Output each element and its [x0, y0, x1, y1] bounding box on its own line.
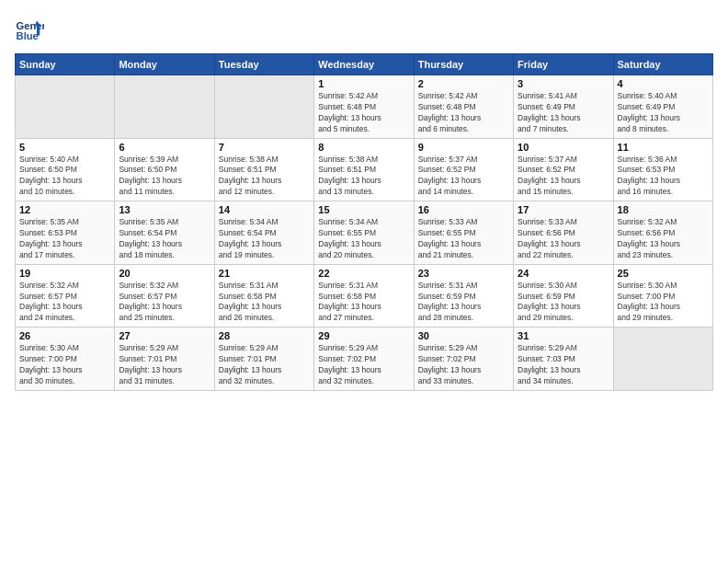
day-number: 30 [418, 330, 509, 341]
day-info: Sunrise: 5:34 AMSunset: 6:55 PMDaylight:… [318, 217, 409, 261]
calendar-cell: 23Sunrise: 5:31 AMSunset: 6:59 PMDayligh… [414, 264, 513, 327]
day-number: 2 [418, 78, 509, 89]
calendar-cell: 9Sunrise: 5:37 AMSunset: 6:52 PMDaylight… [414, 138, 513, 201]
day-info: Sunrise: 5:40 AMSunset: 6:49 PMDaylight:… [618, 91, 709, 135]
day-info: Sunrise: 5:35 AMSunset: 6:54 PMDaylight:… [119, 217, 210, 261]
day-number: 15 [318, 204, 409, 215]
calendar-cell: 2Sunrise: 5:42 AMSunset: 6:48 PMDaylight… [414, 75, 513, 139]
day-number: 11 [618, 142, 709, 153]
day-info: Sunrise: 5:29 AMSunset: 7:02 PMDaylight:… [418, 343, 509, 387]
header-row: SundayMondayTuesdayWednesdayThursdayFrid… [16, 54, 713, 75]
calendar-cell: 27Sunrise: 5:29 AMSunset: 7:01 PMDayligh… [115, 327, 214, 391]
calendar-cell: 14Sunrise: 5:34 AMSunset: 6:54 PMDayligh… [214, 201, 313, 265]
logo: General Blue [15, 15, 48, 44]
day-info: Sunrise: 5:29 AMSunset: 7:01 PMDaylight:… [119, 343, 210, 387]
weekday-header-friday: Friday [514, 54, 613, 75]
day-number: 25 [618, 268, 709, 279]
day-info: Sunrise: 5:38 AMSunset: 6:51 PMDaylight:… [219, 155, 310, 199]
calendar-cell [16, 75, 115, 139]
day-number: 18 [618, 204, 709, 215]
day-number: 29 [318, 330, 409, 341]
calendar-cell: 20Sunrise: 5:32 AMSunset: 6:57 PMDayligh… [115, 264, 214, 327]
day-number: 3 [518, 78, 609, 89]
calendar-cell [613, 327, 712, 391]
day-number: 20 [119, 268, 210, 279]
day-info: Sunrise: 5:42 AMSunset: 6:48 PMDaylight:… [418, 91, 509, 135]
calendar-cell: 17Sunrise: 5:33 AMSunset: 6:56 PMDayligh… [514, 201, 613, 265]
day-info: Sunrise: 5:30 AMSunset: 6:59 PMDaylight:… [518, 281, 609, 325]
day-info: Sunrise: 5:37 AMSunset: 6:52 PMDaylight:… [518, 155, 609, 199]
day-info: Sunrise: 5:29 AMSunset: 7:02 PMDaylight:… [318, 343, 409, 387]
calendar-cell: 30Sunrise: 5:29 AMSunset: 7:02 PMDayligh… [414, 327, 513, 391]
calendar-cell: 3Sunrise: 5:41 AMSunset: 6:49 PMDaylight… [514, 75, 613, 139]
day-info: Sunrise: 5:34 AMSunset: 6:54 PMDaylight:… [219, 217, 310, 261]
day-number: 26 [19, 330, 110, 341]
calendar-cell: 28Sunrise: 5:29 AMSunset: 7:01 PMDayligh… [214, 327, 313, 391]
calendar-cell [214, 75, 313, 139]
day-info: Sunrise: 5:29 AMSunset: 7:01 PMDaylight:… [219, 343, 310, 387]
day-info: Sunrise: 5:31 AMSunset: 6:59 PMDaylight:… [418, 281, 509, 325]
calendar-cell: 26Sunrise: 5:30 AMSunset: 7:00 PMDayligh… [16, 327, 115, 391]
svg-text:General: General [17, 20, 44, 31]
weekday-header-monday: Monday [115, 54, 214, 75]
day-info: Sunrise: 5:36 AMSunset: 6:53 PMDaylight:… [618, 155, 709, 199]
calendar-cell: 13Sunrise: 5:35 AMSunset: 6:54 PMDayligh… [115, 201, 214, 265]
day-number: 8 [318, 142, 409, 153]
weekday-header-thursday: Thursday [414, 54, 513, 75]
calendar-cell: 18Sunrise: 5:32 AMSunset: 6:56 PMDayligh… [613, 201, 712, 265]
day-number: 6 [119, 142, 210, 153]
day-number: 19 [19, 268, 110, 279]
calendar-cell: 10Sunrise: 5:37 AMSunset: 6:52 PMDayligh… [514, 138, 613, 201]
calendar-cell: 8Sunrise: 5:38 AMSunset: 6:51 PMDaylight… [314, 138, 414, 201]
day-number: 21 [219, 268, 310, 279]
day-info: Sunrise: 5:40 AMSunset: 6:50 PMDaylight:… [19, 155, 110, 199]
day-number: 17 [518, 204, 609, 215]
day-number: 12 [19, 204, 110, 215]
day-info: Sunrise: 5:30 AMSunset: 7:00 PMDaylight:… [618, 281, 709, 325]
week-row: 12Sunrise: 5:35 AMSunset: 6:53 PMDayligh… [16, 201, 713, 265]
day-number: 4 [618, 78, 709, 89]
day-info: Sunrise: 5:42 AMSunset: 6:48 PMDaylight:… [318, 91, 409, 135]
day-number: 1 [318, 78, 409, 89]
calendar-cell: 19Sunrise: 5:32 AMSunset: 6:57 PMDayligh… [16, 264, 115, 327]
calendar-cell: 25Sunrise: 5:30 AMSunset: 7:00 PMDayligh… [613, 264, 712, 327]
calendar-header: SundayMondayTuesdayWednesdayThursdayFrid… [16, 54, 713, 75]
weekday-header-tuesday: Tuesday [214, 54, 313, 75]
calendar-cell [115, 75, 214, 139]
day-info: Sunrise: 5:31 AMSunset: 6:58 PMDaylight:… [219, 281, 310, 325]
calendar-cell: 16Sunrise: 5:33 AMSunset: 6:55 PMDayligh… [414, 201, 513, 265]
day-info: Sunrise: 5:33 AMSunset: 6:56 PMDaylight:… [518, 217, 609, 261]
calendar-cell: 11Sunrise: 5:36 AMSunset: 6:53 PMDayligh… [613, 138, 712, 201]
calendar-cell: 4Sunrise: 5:40 AMSunset: 6:49 PMDaylight… [613, 75, 712, 139]
logo-icon: General Blue [15, 15, 44, 44]
day-number: 31 [518, 330, 609, 341]
day-info: Sunrise: 5:35 AMSunset: 6:53 PMDaylight:… [19, 217, 110, 261]
day-info: Sunrise: 5:32 AMSunset: 6:56 PMDaylight:… [618, 217, 709, 261]
day-number: 27 [119, 330, 210, 341]
day-info: Sunrise: 5:32 AMSunset: 6:57 PMDaylight:… [19, 281, 110, 325]
day-info: Sunrise: 5:30 AMSunset: 7:00 PMDaylight:… [19, 343, 110, 387]
calendar-cell: 21Sunrise: 5:31 AMSunset: 6:58 PMDayligh… [214, 264, 313, 327]
svg-text:Blue: Blue [17, 30, 39, 41]
day-info: Sunrise: 5:29 AMSunset: 7:03 PMDaylight:… [518, 343, 609, 387]
calendar-cell: 29Sunrise: 5:29 AMSunset: 7:02 PMDayligh… [314, 327, 414, 391]
day-number: 7 [219, 142, 310, 153]
calendar-cell: 5Sunrise: 5:40 AMSunset: 6:50 PMDaylight… [16, 138, 115, 201]
page-header: General Blue [15, 15, 713, 44]
day-info: Sunrise: 5:31 AMSunset: 6:58 PMDaylight:… [318, 281, 409, 325]
day-number: 16 [418, 204, 509, 215]
day-number: 22 [318, 268, 409, 279]
week-row: 26Sunrise: 5:30 AMSunset: 7:00 PMDayligh… [16, 327, 713, 391]
calendar-cell: 6Sunrise: 5:39 AMSunset: 6:50 PMDaylight… [115, 138, 214, 201]
calendar-cell: 31Sunrise: 5:29 AMSunset: 7:03 PMDayligh… [514, 327, 613, 391]
calendar-cell: 24Sunrise: 5:30 AMSunset: 6:59 PMDayligh… [514, 264, 613, 327]
day-number: 24 [518, 268, 609, 279]
day-number: 5 [19, 142, 110, 153]
day-info: Sunrise: 5:32 AMSunset: 6:57 PMDaylight:… [119, 281, 210, 325]
day-number: 9 [418, 142, 509, 153]
weekday-header-wednesday: Wednesday [314, 54, 414, 75]
day-number: 10 [518, 142, 609, 153]
calendar-cell: 7Sunrise: 5:38 AMSunset: 6:51 PMDaylight… [214, 138, 313, 201]
weekday-header-saturday: Saturday [613, 54, 712, 75]
calendar-cell: 15Sunrise: 5:34 AMSunset: 6:55 PMDayligh… [314, 201, 414, 265]
